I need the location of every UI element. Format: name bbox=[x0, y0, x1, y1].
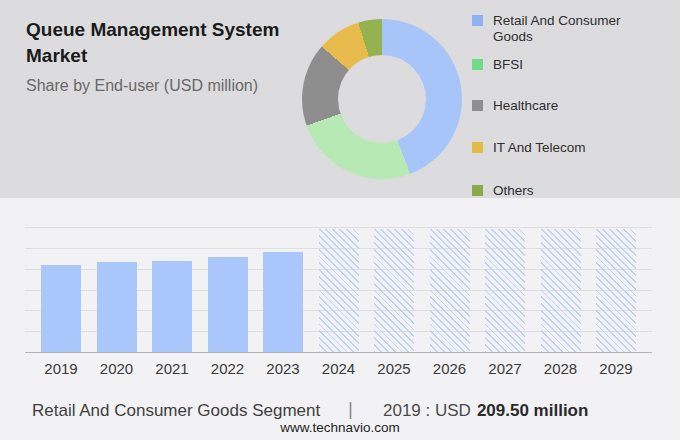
forecast-hatch-2029 bbox=[596, 229, 636, 352]
legend-swatch-icon bbox=[472, 142, 483, 153]
chart-legend: Retail And Consumer GoodsBFSIHealthcareI… bbox=[472, 13, 668, 198]
legend-swatch-icon bbox=[472, 15, 483, 26]
segment-label: Retail And Consumer Goods Segment bbox=[32, 401, 320, 421]
stat-value: 209.50 million bbox=[477, 401, 589, 420]
bar-2023 bbox=[263, 252, 303, 352]
x-axis-label: 2020 bbox=[87, 360, 147, 377]
bar-2022 bbox=[208, 257, 248, 352]
x-axis-label: 2021 bbox=[142, 360, 202, 377]
legend-item: BFSI bbox=[472, 57, 668, 73]
x-axis-label: 2022 bbox=[198, 360, 258, 377]
donut-hole bbox=[338, 55, 426, 143]
gridline bbox=[25, 227, 652, 228]
x-axis-label: 2029 bbox=[586, 360, 646, 377]
x-axis-label: 2025 bbox=[364, 360, 424, 377]
forecast-hatch-2026 bbox=[430, 229, 470, 352]
forecast-hatch-2028 bbox=[541, 229, 581, 352]
legend-item: Retail And Consumer Goods bbox=[472, 13, 668, 45]
legend-label: Healthcare bbox=[493, 98, 643, 114]
infographic: Queue Management System Market Share by … bbox=[0, 0, 680, 440]
legend-swatch-icon bbox=[472, 100, 483, 111]
website-link: www.technavio.com bbox=[0, 420, 680, 435]
bar-chart-plot: 2019202020212022202320242025202620272028… bbox=[25, 227, 652, 352]
bar-2021 bbox=[152, 261, 192, 352]
x-axis-label: 2024 bbox=[309, 360, 369, 377]
legend-label: Retail And Consumer Goods bbox=[493, 13, 643, 45]
page-title: Queue Management System Market bbox=[26, 17, 316, 69]
forecast-hatch-2027 bbox=[485, 229, 525, 352]
legend-swatch-icon bbox=[472, 59, 483, 70]
footer-stat: 2019 : USD209.50 million bbox=[383, 401, 588, 421]
forecast-hatch-2024 bbox=[319, 229, 359, 352]
legend-swatch-icon bbox=[472, 185, 483, 196]
footer-separator: | bbox=[348, 398, 353, 420]
legend-item: Others bbox=[472, 183, 668, 199]
page-subtitle: Share by End-user (USD million) bbox=[26, 77, 258, 95]
donut-section: Queue Management System Market Share by … bbox=[0, 0, 680, 198]
x-axis-label: 2019 bbox=[31, 360, 91, 377]
x-axis-label: 2028 bbox=[531, 360, 591, 377]
x-axis-line bbox=[25, 352, 652, 353]
legend-label: Others bbox=[493, 183, 643, 199]
forecast-hatch-2025 bbox=[374, 229, 414, 352]
x-axis-label: 2026 bbox=[420, 360, 480, 377]
bar-2020 bbox=[97, 262, 137, 352]
donut-chart bbox=[302, 19, 462, 179]
x-axis-label: 2027 bbox=[475, 360, 535, 377]
stat-prefix: 2019 : USD bbox=[383, 401, 471, 420]
legend-item: Healthcare bbox=[472, 98, 668, 114]
legend-label: IT And Telecom bbox=[493, 140, 643, 156]
bar-2019 bbox=[41, 265, 81, 352]
bar-chart-section: 2019202020212022202320242025202620272028… bbox=[0, 198, 680, 440]
legend-label: BFSI bbox=[493, 57, 643, 73]
legend-item: IT And Telecom bbox=[472, 140, 668, 156]
x-axis-label: 2023 bbox=[253, 360, 313, 377]
